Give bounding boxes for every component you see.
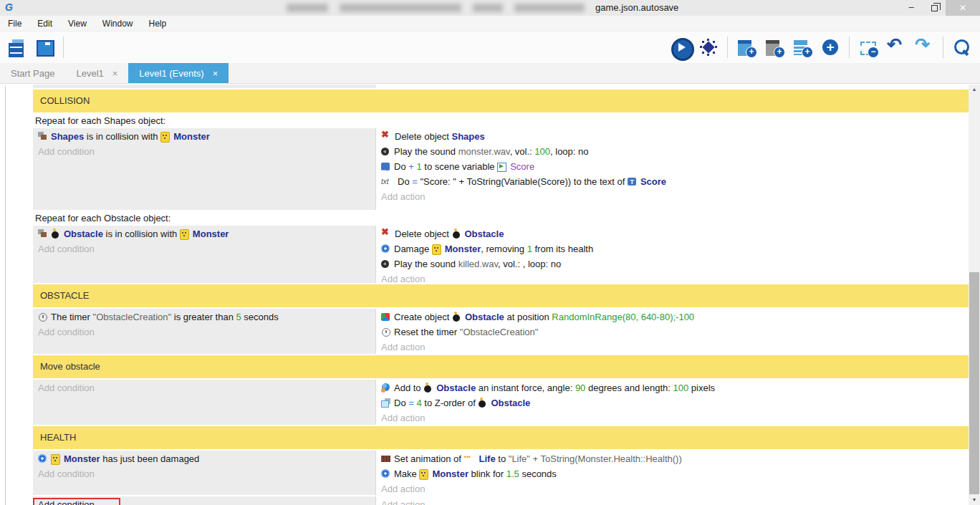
menu-file[interactable]: File [0, 16, 29, 32]
action-row[interactable]: Delete object Shapes [376, 129, 969, 144]
action-row[interactable]: Delete object Obstacle [376, 226, 969, 241]
play-icon[interactable] [671, 38, 690, 57]
event-group-header[interactable]: HEALTH [33, 426, 969, 449]
remove-selection-icon[interactable] [859, 38, 878, 57]
add-action-button[interactable]: Add action [376, 410, 969, 425]
condition-row[interactable]: Obstacle is in collision with Monster [33, 226, 375, 241]
text-segment: 1.5 [506, 468, 519, 479]
add-plus-icon[interactable] [821, 38, 840, 57]
add-condition-button[interactable]: Add condition [33, 324, 375, 340]
scroll-down-arrow-icon[interactable]: ▼ [969, 495, 980, 505]
window-title: game.json.autosave [595, 2, 678, 13]
scene-view-icon[interactable] [35, 38, 54, 57]
action-row[interactable]: Damage Monster, removing 1 from its heal… [376, 241, 969, 256]
timer-icon [38, 312, 48, 322]
conditions-column: Add condition [33, 496, 375, 505]
menu-help[interactable]: Help [141, 16, 175, 32]
event-block: The timer "ObstacleCreation" is greater … [33, 309, 969, 354]
add-subevent-icon[interactable] [793, 38, 812, 57]
scroll-up-arrow-icon[interactable]: ▲ [969, 85, 980, 95]
menu-view[interactable]: View [60, 16, 95, 32]
scene-variable-icon [497, 162, 507, 171]
actions-column: Set animation of Life to "Life" + ToStri… [375, 451, 969, 495]
event-group-header[interactable]: Move obstacle [33, 355, 969, 378]
action-row[interactable]: Do = "Score: " + ToString(Variable(Score… [376, 174, 969, 189]
tab-bar: Start PageLevel1×Level1 (Events)× [0, 63, 980, 83]
event-group-header[interactable]: OBSTACLE [33, 284, 969, 307]
text-segment: Delete object [395, 131, 452, 142]
action-row[interactable]: Do = 4 to Z-order of Obstacle [376, 395, 969, 410]
text-segment: "ObstacleCreation" [460, 327, 539, 337]
condition-row[interactable]: Shapes is in collision with Monster [33, 129, 375, 144]
events-sheet-icon[interactable] [7, 38, 26, 57]
add-action-button[interactable]: Add action [376, 189, 969, 204]
minimize-button[interactable]: – [900, 0, 923, 16]
text-segment: has just been damaged [100, 453, 200, 464]
add-condition-button[interactable]: Add condition [33, 241, 375, 256]
bomb-icon [478, 398, 488, 408]
action-row[interactable]: Play the sound monster.wav, vol.: 100, l… [376, 144, 969, 159]
action-row[interactable]: Make Monster blink for 1.5 seconds [376, 466, 969, 481]
add-condition-button[interactable]: Add condition [33, 497, 375, 505]
event-columns: Add conditionAdd action [33, 496, 969, 505]
force-icon [381, 383, 391, 393]
bomb-icon [452, 229, 462, 239]
text-segment: Delete object [395, 229, 452, 239]
add-condition-button[interactable]: Add condition [33, 144, 375, 159]
action-row[interactable]: Create object Obstacle at position Rando… [376, 309, 969, 324]
tab-close-icon[interactable]: × [112, 68, 118, 79]
text-segment: to the text of [571, 176, 628, 187]
condition-row[interactable]: The timer "ObstacleCreation" is greater … [33, 309, 375, 324]
add-action-button[interactable]: Add action [376, 481, 969, 495]
vertical-scrollbar[interactable]: ▲ ▼ [969, 85, 980, 505]
undo-icon[interactable] [887, 38, 905, 57]
toolbar-separator [727, 37, 728, 58]
event-title[interactable]: Repeat for each Shapes object: [33, 114, 969, 128]
debug-icon[interactable] [699, 38, 718, 57]
action-row[interactable]: Reset the timer "ObstacleCreation" [376, 324, 969, 340]
toolbar-left [7, 37, 64, 58]
text-segment: Add condition [38, 244, 95, 254]
action-row[interactable]: Set animation of Life to "Life" + ToStri… [376, 451, 969, 466]
add-condition-button[interactable]: Add condition [33, 466, 375, 481]
add-action-button[interactable]: Add action [376, 340, 969, 354]
add-condition-button[interactable]: Add condition [33, 380, 375, 395]
text-segment: The timer [51, 312, 93, 322]
action-row[interactable]: Do + 1 to scene variable Score [376, 159, 969, 174]
text-segment: 4 [416, 398, 421, 408]
add-action-button[interactable]: Add action [376, 271, 969, 283]
conditions-column: Shapes is in collision with MonsterAdd c… [33, 128, 375, 210]
actions-column: Add action [375, 496, 969, 505]
gdevelop-logo-icon: G [5, 1, 13, 13]
tab-level1[interactable]: Level1× [65, 63, 128, 83]
tab-close-icon[interactable]: × [213, 68, 218, 79]
event-group-header[interactable]: COLLISION [33, 90, 969, 112]
search-icon[interactable] [953, 38, 971, 57]
collision-icon [38, 132, 48, 141]
text-segment: pixels [688, 383, 715, 393]
tab-start-page[interactable]: Start Page [0, 63, 65, 83]
redo-icon[interactable] [915, 38, 933, 57]
condition-row[interactable]: Monster has just been damaged [33, 451, 375, 466]
text-segment: "ObstacleCreation" [93, 312, 172, 322]
toolbar-separator [943, 37, 943, 58]
text-segment: Score [510, 161, 534, 172]
menu-window[interactable]: Window [95, 16, 141, 32]
action-row[interactable]: Play the sound killed.wav, vol.: , loop:… [376, 256, 969, 271]
scrollbar-thumb[interactable] [969, 272, 979, 494]
text-segment: no [551, 259, 561, 269]
action-row[interactable]: Add to Obstacle an instant force, angle:… [376, 380, 969, 395]
bomb-icon [423, 383, 433, 393]
collision-icon [38, 229, 48, 239]
text-tool-icon [381, 177, 395, 186]
bomb-icon [51, 229, 61, 239]
add-event-icon[interactable] [737, 38, 756, 57]
text-segment: "Score: " + ToString(Variable(Score)) [420, 176, 571, 187]
tab-level1-events[interactable]: Level1 (Events)× [128, 63, 229, 83]
close-button[interactable]: ✕ [946, 0, 980, 16]
restore-button[interactable] [923, 0, 946, 16]
add-action-button[interactable]: Add action [376, 497, 969, 505]
add-comment-icon[interactable] [765, 38, 784, 57]
menu-edit[interactable]: Edit [29, 16, 60, 32]
event-title[interactable]: Repeat for each Obstacle object: [33, 211, 969, 226]
